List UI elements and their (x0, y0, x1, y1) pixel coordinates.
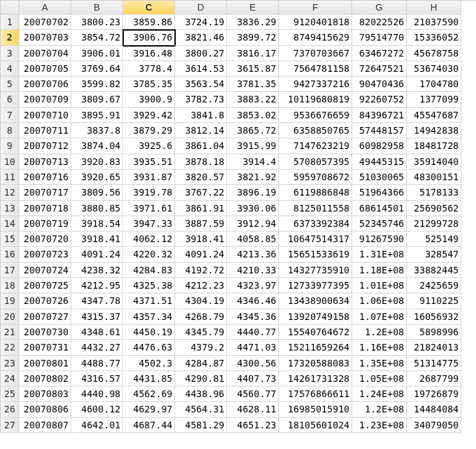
cell[interactable]: 53674030 (407, 61, 461, 76)
cell[interactable]: 3769.64 (71, 61, 123, 76)
cell[interactable]: 3800.23 (71, 15, 123, 30)
cell[interactable]: 20070703 (19, 30, 71, 45)
cell[interactable]: 4450.19 (123, 325, 175, 340)
cell[interactable]: 4371.51 (123, 293, 175, 309)
cell[interactable]: 3854.72 (71, 30, 123, 45)
cell[interactable]: 3879.29 (123, 123, 175, 138)
cell[interactable]: 20070705 (19, 61, 71, 76)
cell[interactable]: 3809.67 (71, 92, 123, 107)
cell[interactable]: 4284.83 (123, 263, 175, 278)
cell[interactable]: 79514770 (352, 30, 407, 45)
cell[interactable]: 92260752 (352, 92, 407, 107)
cell[interactable]: 4440.98 (71, 386, 123, 402)
row-header-8[interactable]: 8 (1, 123, 19, 138)
cell[interactable]: 4212.95 (71, 278, 123, 293)
cell[interactable]: 4091.24 (175, 247, 227, 262)
cell[interactable]: 18105601024 (279, 418, 352, 433)
cell[interactable]: 4629.97 (123, 402, 175, 417)
cell[interactable]: 1.01E+08 (352, 278, 407, 293)
row-header-19[interactable]: 19 (1, 293, 19, 309)
col-header-B[interactable]: B (71, 1, 123, 15)
cell[interactable]: 3820.57 (175, 170, 227, 185)
cell[interactable]: 5959708672 (279, 170, 352, 185)
cell[interactable]: 72647521 (352, 61, 407, 76)
row-header-14[interactable]: 14 (1, 216, 19, 231)
row-header-5[interactable]: 5 (1, 76, 19, 92)
col-header-H[interactable]: H (407, 1, 461, 15)
cell[interactable]: 20070718 (19, 201, 71, 216)
cell[interactable]: 48300151 (407, 170, 461, 185)
cell[interactable]: 1.2E+08 (352, 325, 407, 340)
cell[interactable]: 18481728 (407, 138, 461, 154)
cell[interactable]: 4432.27 (71, 340, 123, 355)
cell[interactable]: 12733977395 (279, 278, 352, 293)
cell[interactable]: 20070719 (19, 216, 71, 231)
cell[interactable]: 1.23E+08 (352, 418, 407, 433)
cell[interactable]: 19726879 (407, 386, 461, 402)
cell[interactable]: 1.24E+08 (352, 386, 407, 402)
cell[interactable]: 4091.24 (71, 247, 123, 262)
cell[interactable]: 3599.82 (71, 76, 123, 92)
cell[interactable]: 3841.8 (175, 108, 227, 123)
cell[interactable]: 3821.92 (227, 170, 279, 185)
cell[interactable]: 3836.29 (227, 15, 279, 30)
cell[interactable]: 4600.12 (71, 402, 123, 417)
cell[interactable]: 4290.81 (175, 371, 227, 386)
cell[interactable]: 3861.04 (175, 138, 227, 154)
cell[interactable]: 3883.22 (227, 92, 279, 107)
cell[interactable]: 3918.41 (71, 231, 123, 247)
cell[interactable]: 4357.34 (123, 309, 175, 325)
cell[interactable]: 13438900634 (279, 293, 352, 309)
cell[interactable]: 3778.4 (123, 61, 175, 76)
cell[interactable]: 4058.85 (227, 231, 279, 247)
cell[interactable]: 34079050 (407, 418, 461, 433)
cell[interactable]: 3914.4 (227, 154, 279, 170)
row-header-4[interactable]: 4 (1, 61, 19, 76)
cell[interactable]: 14261731328 (279, 371, 352, 386)
cell[interactable]: 4304.19 (175, 293, 227, 309)
cell[interactable]: 3853.02 (227, 108, 279, 123)
cell[interactable]: 8125011558 (279, 201, 352, 216)
cell[interactable]: 3906.76 (123, 30, 175, 45)
cell[interactable]: 3767.22 (175, 185, 227, 200)
row-header-6[interactable]: 6 (1, 92, 19, 107)
cell[interactable]: 20070702 (19, 15, 71, 30)
cell[interactable]: 3887.59 (175, 216, 227, 231)
cell[interactable]: 4210.33 (227, 263, 279, 278)
cell[interactable]: 1.05E+08 (352, 371, 407, 386)
cell[interactable]: 20070806 (19, 402, 71, 417)
cell[interactable]: 9110225 (407, 293, 461, 309)
row-header-11[interactable]: 11 (1, 170, 19, 185)
row-header-7[interactable]: 7 (1, 108, 19, 123)
row-header-15[interactable]: 15 (1, 231, 19, 247)
cell[interactable]: 20070727 (19, 309, 71, 325)
cell[interactable]: 6119886848 (279, 185, 352, 200)
cell[interactable]: 4564.31 (175, 402, 227, 417)
cell[interactable]: 3785.35 (123, 76, 175, 92)
cell[interactable]: 20070726 (19, 293, 71, 309)
cell[interactable]: 20070730 (19, 325, 71, 340)
cell[interactable]: 2687799 (407, 371, 461, 386)
cell[interactable]: 57448157 (352, 123, 407, 138)
row-header-16[interactable]: 16 (1, 247, 19, 262)
cell[interactable]: 20070711 (19, 123, 71, 138)
cell[interactable]: 4315.37 (71, 309, 123, 325)
cell[interactable]: 3900.9 (123, 92, 175, 107)
cell[interactable]: 3931.87 (123, 170, 175, 185)
cell[interactable]: 4300.56 (227, 356, 279, 371)
cell[interactable]: 1.31E+08 (352, 247, 407, 262)
cell[interactable]: 1.18E+08 (352, 263, 407, 278)
cell[interactable]: 525149 (407, 231, 461, 247)
cell[interactable]: 3816.17 (227, 46, 279, 61)
cell[interactable]: 4440.77 (227, 325, 279, 340)
cell[interactable]: 4431.85 (123, 371, 175, 386)
cell[interactable]: 4379.2 (175, 340, 227, 355)
cell[interactable]: 21037590 (407, 15, 461, 30)
row-header-13[interactable]: 13 (1, 201, 19, 216)
cell[interactable]: 4348.61 (71, 325, 123, 340)
cell[interactable]: 3929.42 (123, 108, 175, 123)
cell[interactable]: 20070706 (19, 76, 71, 92)
row-header-25[interactable]: 25 (1, 386, 19, 402)
cell[interactable]: 3865.72 (227, 123, 279, 138)
cell[interactable]: 3971.61 (123, 201, 175, 216)
